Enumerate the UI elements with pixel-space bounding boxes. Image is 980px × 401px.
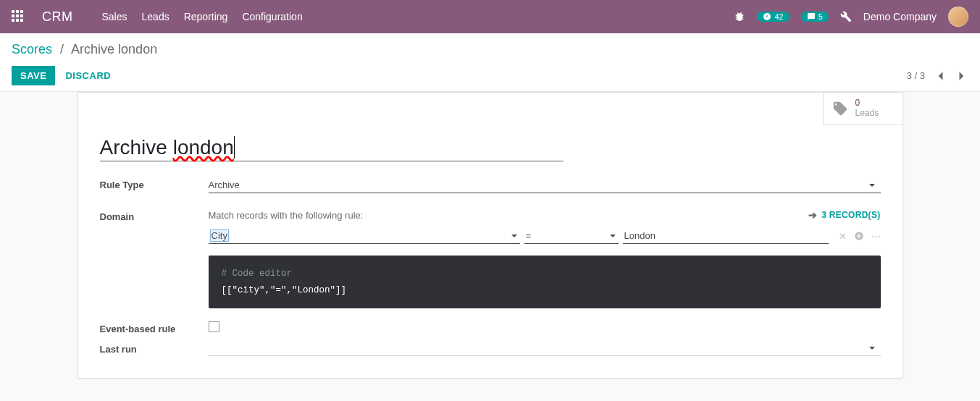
breadcrumb: Scores / Archive london [12,42,968,57]
domain-operator-select[interactable]: = [524,228,619,244]
breadcrumb-current: Archive london [71,42,157,56]
label-rule-type: Rule Type [100,177,209,193]
discard-button[interactable]: DISCARD [65,70,111,81]
code-editor[interactable]: # Code editor [["city","=","London"]] [209,256,881,308]
top-navbar: CRM Sales Leads Reporting Configuration … [0,0,980,33]
records-link[interactable]: ➔ 3 RECORD(S) [808,209,881,221]
tag-icon [832,101,848,117]
apps-icon[interactable] [12,10,25,23]
activity-count: 42 [774,12,783,21]
bug-icon[interactable] [734,11,745,22]
domain-field-select[interactable]: City [209,228,520,244]
title-static: Archive [100,136,173,159]
tools-icon[interactable] [840,11,852,22]
stat-label: Leads [855,109,879,119]
code-comment: # Code editor [222,266,868,282]
rule-type-value: Archive [209,180,240,190]
nav-menu-sales[interactable]: Sales [102,11,127,22]
record-title-input[interactable]: Archive london [100,133,564,161]
nav-menu-reporting[interactable]: Reporting [184,11,228,22]
records-link-text: 3 RECORD(S) [821,210,880,220]
rule-type-select[interactable]: Archive [209,177,881,193]
messages-badge[interactable]: 5 [801,12,829,22]
last-run-select[interactable] [209,342,881,356]
company-switcher[interactable]: Demo Company [863,11,937,22]
stat-leads-button[interactable]: 0 Leads [823,93,902,125]
user-avatar[interactable] [948,7,968,27]
stat-count: 0 [855,98,879,109]
event-based-checkbox[interactable] [209,321,219,332]
control-panel: Scores / Archive london SAVE DISCARD 3 /… [0,33,980,92]
app-brand[interactable]: CRM [42,9,73,25]
arrow-right-icon: ➔ [808,209,817,221]
nav-menu: Sales Leads Reporting Configuration [102,11,303,22]
domain-operator-value: = [526,230,532,241]
domain-description: Match records with the following rule: [209,210,364,221]
activity-badge[interactable]: 42 [757,12,789,22]
company-name: Demo Company [863,11,937,22]
breadcrumb-separator: / [60,42,64,56]
domain-more-icon[interactable]: ⋯ [871,231,881,242]
pager-prev-icon[interactable] [934,68,947,84]
label-last-run: Last run [100,342,209,356]
nav-menu-leads[interactable]: Leads [142,11,169,22]
title-misspelled: london [173,136,234,159]
domain-value-text: London [624,230,656,241]
save-button[interactable]: SAVE [12,66,55,85]
label-event-based: Event-based rule [100,321,209,334]
pager-next-icon[interactable] [955,68,968,84]
domain-delete-icon[interactable]: ✕ [839,231,847,242]
domain-field-value: City [210,229,229,242]
messages-count: 5 [818,12,823,21]
nav-menu-configuration[interactable]: Configuration [242,11,302,22]
domain-add-icon[interactable] [854,231,864,242]
domain-value-input[interactable]: London [623,228,829,244]
breadcrumb-root[interactable]: Scores [12,42,52,56]
form-sheet: 0 Leads Archive london Rule Type Archive… [78,92,903,379]
pager-text: 3 / 3 [907,70,925,81]
code-body: [["city","=","London"]] [222,282,868,299]
label-domain: Domain [100,209,209,308]
pager: 3 / 3 [907,68,968,84]
